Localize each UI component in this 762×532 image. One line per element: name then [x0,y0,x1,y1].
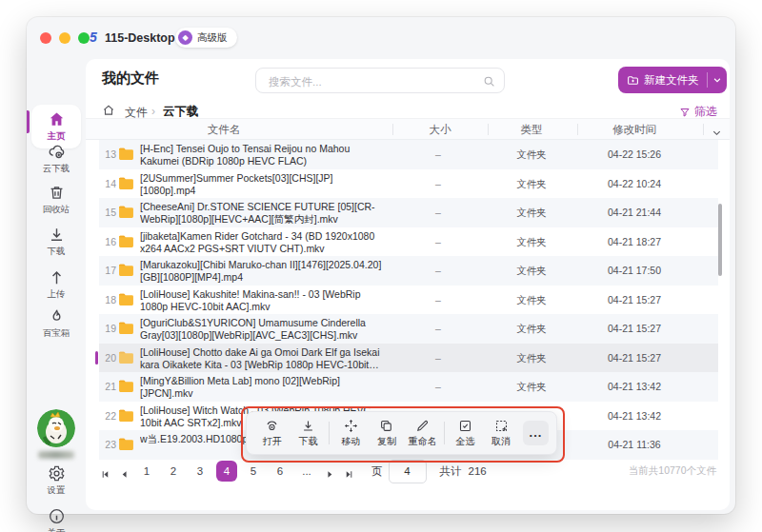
zoom-button[interactable] [78,32,90,44]
column-header-size[interactable]: 大小 [430,123,451,137]
page-ellipsis[interactable]: ... [296,461,317,482]
folder-icon [118,176,134,190]
table-row[interactable]: 20[LoliHouse] Chotto dake Ai ga Omoi Dar… [99,344,718,373]
file-modified-time: 04-21 21:44 [575,207,693,218]
sidebar-item-百宝箱[interactable]: 百宝箱 [27,307,86,340]
move-icon [344,419,358,433]
file-modified-time: 04-21 11:36 [575,439,693,450]
total-pages-label: 共计 [440,464,462,479]
page-button-1[interactable]: 1 [136,461,157,482]
table-row[interactable]: 19[OguriClub&S1YURICON] Umamusume Cinder… [99,314,718,344]
home-outline-icon[interactable] [102,104,115,117]
sidebar: 主页云下载回收站下载上传百宝箱 设置关于 [27,59,86,514]
file-size: – [391,236,486,247]
file-size: – [391,207,486,218]
file-modified-time: 04-21 15:27 [575,352,693,364]
table-row[interactable]: 14[2USummer]Summer Pockets[03][CHS][JP][… [99,169,718,199]
file-name: [2USummer]Summer Pockets[03][CHS][JP][10… [140,171,388,197]
chevron-down-icon[interactable] [707,75,727,85]
column-header-name[interactable]: 文件名 [208,123,241,137]
table-row[interactable]: 17[Marukazoku][Chibi Maruko-chan II][147… [99,256,718,286]
toolbar-separator [329,422,330,444]
folder-icon [118,379,134,393]
toolbar-下载-button[interactable]: 下载 [291,419,327,448]
toolbar-重命名-button[interactable]: 重命名 [405,419,441,448]
sidebar-item-设置[interactable]: 设置 [27,464,86,497]
page-first-button[interactable] [95,461,114,482]
file-size: – [391,323,486,334]
toolbar-复制-button[interactable]: 复制 [369,419,405,448]
page-next-button[interactable] [320,461,339,482]
page-button-2[interactable]: 2 [163,461,184,482]
row-number: 23 [99,439,116,450]
folder-icon [118,147,134,161]
folder-icon [118,321,134,335]
premium-badge[interactable]: ◆ 高级版 [175,28,237,48]
home-icon [48,110,66,128]
table-row[interactable]: 16[jibaketa]Kamen Rider Gotchard - 34 (B… [99,227,718,257]
file-name: [LoliHouse] Kakushite! Makina-san!! - 03… [140,287,388,313]
toolbar-more-button[interactable]: ... [523,421,549,445]
premium-badge-label: 高级版 [197,31,228,45]
file-name: [MingY&Billion Meta Lab] mono [02][WebRi… [140,374,388,400]
sidebar-item-label: 百宝箱 [43,327,70,340]
file-modified-time: 04-21 15:27 [575,294,693,305]
toolbar-button-label: 全选 [455,435,474,448]
file-size: – [391,265,486,276]
minimize-button[interactable] [59,32,70,44]
file-type: 文件夹 [484,294,579,307]
file-size: – [391,381,486,392]
search-input[interactable] [267,69,480,93]
sidebar-item-label: 云下载 [43,163,70,175]
page-jump-input[interactable] [389,460,427,483]
page-button-5[interactable]: 5 [243,461,264,482]
row-number: 22 [99,410,116,422]
page-button-3[interactable]: 3 [190,461,211,482]
download-icon [301,419,315,433]
column-header-time[interactable]: 修改时间 [612,123,656,137]
file-type: 文件夹 [484,148,579,162]
header-separator [392,124,393,135]
page-last-button[interactable] [339,461,358,482]
avatar[interactable] [37,409,75,447]
table-row[interactable]: 18[LoliHouse] Kakushite! Makina-san!! - … [99,286,718,315]
sidebar-item-label: 下载 [48,246,66,258]
file-count-text: 当前共10770个文件 [629,464,716,478]
toolbar-button-label: 取消 [491,435,511,448]
file-modified-time: 04-21 17:50 [575,265,693,276]
sidebar-item-上传[interactable]: 上传 [27,268,86,301]
table-row[interactable]: 21[MingY&Billion Meta Lab] mono [02][Web… [99,372,718,402]
sidebar-item-下载[interactable]: 下载 [27,226,86,258]
table-row[interactable]: 13[H-Enc] Tensei Oujo to Tensai Reijou n… [99,140,718,169]
toolbar-separator [444,422,445,444]
column-settings-chevron-icon[interactable] [712,125,722,135]
table-row[interactable]: 15[CheeseAni] Dr.STONE SCIENCE FUTURE [0… [99,198,718,227]
column-header-type[interactable]: 类型 [521,123,543,137]
download-icon [48,226,66,244]
header-separator [488,124,489,135]
sidebar-item-云下载[interactable]: 云下载 [27,143,86,175]
open-icon [265,419,279,433]
file-type: 文件夹 [484,381,579,394]
toolbar-取消-button[interactable]: 取消 [483,419,519,448]
toolbar-全选-button[interactable]: 全选 [448,419,484,448]
select-all-icon [458,419,472,433]
file-modified-time: 04-22 10:24 [575,178,693,189]
new-folder-button[interactable]: 新建文件夹 [618,67,727,93]
close-button[interactable] [40,32,51,44]
sidebar-item-回收站[interactable]: 回收站 [27,184,86,216]
toolbar-打开-button[interactable]: 打开 [254,419,291,448]
info-icon [48,507,66,525]
page-button-4[interactable]: 4 [216,461,237,482]
folder-icon [118,408,134,423]
vertical-scrollbar-thumb[interactable] [718,204,722,276]
page-prev-button[interactable] [114,461,133,482]
sidebar-item-关于[interactable]: 关于 [27,507,86,532]
cloud-download-icon [48,143,66,161]
folder-icon [118,292,134,306]
file-size: – [391,178,486,189]
toolbar-移动-button[interactable]: 移动 [332,419,369,448]
username-blurred [38,451,74,459]
folder-icon [118,350,134,365]
page-button-6[interactable]: 6 [270,461,291,482]
